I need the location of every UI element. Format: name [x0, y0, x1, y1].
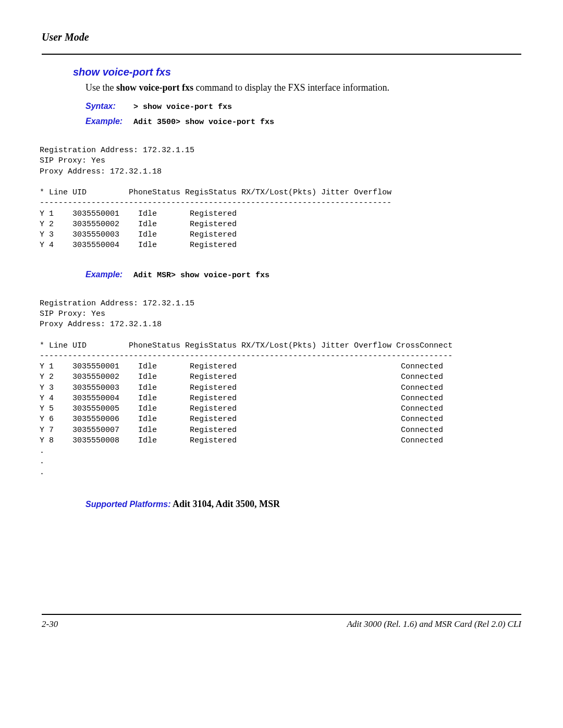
supported-label: Supported Platforms:: [85, 500, 171, 509]
supported-value: Adit 3104, Adit 3500, MSR: [171, 499, 280, 509]
example2-line: Example:Adit MSR> show voice-port fxs: [85, 270, 521, 280]
footer-doc-title: Adit 3000 (Rel. 1.6) and MSR Card (Rel 2…: [347, 619, 521, 630]
example2-value: Adit MSR> show voice-port fxs: [133, 271, 270, 280]
desc-pre: Use the: [85, 82, 116, 93]
syntax-label: Syntax:: [85, 102, 133, 111]
supported-platforms-line: Supported Platforms: Adit 3104, Adit 350…: [85, 499, 521, 510]
page-footer: 2-30 Adit 3000 (Rel. 1.6) and MSR Card (…: [42, 618, 521, 630]
header-rule: [42, 54, 521, 55]
page-header: User Mode: [42, 31, 521, 50]
footer-page-number: 2-30: [42, 619, 58, 630]
cli-output-1: Registration Address: 172.32.1.15 SIP Pr…: [40, 145, 521, 251]
syntax-line: Syntax:> show voice-port fxs: [85, 102, 521, 112]
example2-label: Example:: [85, 270, 133, 279]
example1-label: Example:: [85, 117, 133, 126]
example1-value: Adit 3500> show voice-port fxs: [133, 118, 274, 127]
section-description: Use the show voice-port fxs command to d…: [85, 82, 521, 93]
example1-line: Example:Adit 3500> show voice-port fxs: [85, 117, 521, 127]
desc-cmd: show voice-port fxs: [116, 82, 193, 93]
section-title: show voice-port fxs: [73, 66, 521, 78]
footer-rule: [42, 614, 521, 615]
syntax-value: > show voice-port fxs: [133, 103, 232, 112]
desc-post: command to display the FXS interface inf…: [193, 82, 389, 93]
cli-output-2: Registration Address: 172.32.1.15 SIP Pr…: [40, 299, 521, 478]
